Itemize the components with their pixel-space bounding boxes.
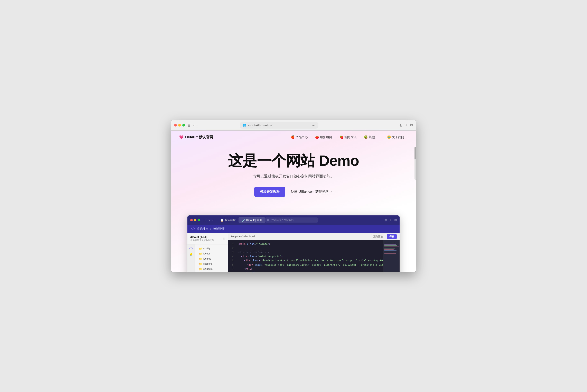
tabs-icon[interactable]: ⧉ bbox=[410, 123, 413, 127]
line-num: 7 bbox=[230, 267, 234, 271]
file-item-sections[interactable]: 📁 sections bbox=[195, 262, 216, 266]
close-button[interactable] bbox=[174, 124, 177, 126]
scrollbar[interactable] bbox=[414, 147, 416, 180]
line-num: 4 bbox=[230, 254, 234, 258]
code-sidebar-icon[interactable]: </> bbox=[189, 246, 193, 250]
site-nav: 💗 Default 默认官网 🍎 产品中心 🍅 服务项目 🍓 新闻资讯 🥝 其他… bbox=[171, 130, 416, 144]
sidebar-project-name: default (1.0.0) bbox=[190, 236, 214, 238]
search-tab-icon: ✕ bbox=[267, 219, 269, 222]
line-num: 3 bbox=[230, 250, 234, 254]
folder-icon: 📁 bbox=[199, 268, 202, 270]
editor-tab2-label: Default | 首页 bbox=[246, 218, 262, 222]
file-label: config bbox=[203, 247, 210, 250]
line-num: 2 bbox=[230, 246, 234, 250]
hero-section: 这是一个网站 Demo 你可以通过模板开发窗口随心定制网站界面功能。 模板开发教… bbox=[171, 144, 416, 209]
nav-item-services[interactable]: 🍅 服务项目 bbox=[315, 135, 332, 139]
editor-tab-1[interactable]: 📋 探码科技 bbox=[218, 217, 238, 223]
chevron-down-icon[interactable]: ∨ bbox=[192, 124, 194, 127]
code-actions: 预览更改 保存 bbox=[371, 234, 397, 239]
breadcrumb-section[interactable]: 模版管理 bbox=[213, 227, 224, 231]
upload-icon[interactable]: ⇧ bbox=[222, 237, 225, 240]
ellipsis-icon[interactable]: ⋯ bbox=[312, 123, 315, 128]
share-icon[interactable]: ⎙ bbox=[400, 123, 402, 127]
save-button[interactable]: 保存 bbox=[387, 234, 397, 239]
editor-right-controls: ⎙ + ⧉ bbox=[385, 218, 397, 222]
tab1-icon: 📋 bbox=[220, 218, 224, 222]
editor-share-icon[interactable]: ⎙ bbox=[385, 218, 387, 222]
code-icon: </> bbox=[191, 227, 196, 231]
traffic-lights bbox=[174, 124, 185, 126]
editor-close-button[interactable] bbox=[190, 219, 193, 221]
hero-title: 这是一个网站 Demo bbox=[179, 152, 408, 170]
file-label: sections bbox=[203, 262, 212, 265]
editor-sidebar: default (1.0.0) 最后更新于大约2小时前 ⇧ </> 💡 📁 bbox=[188, 233, 228, 272]
editor-tab1-label: 探码科技 bbox=[225, 218, 236, 222]
editor-title-bar: ⊞ ∨ ‹ 📋 探码科技 🔗 Default | 首页 ✕ 搜索或输入网站名称 bbox=[188, 216, 400, 225]
back-icon[interactable]: ‹ bbox=[196, 124, 198, 127]
editor-tabs-icon[interactable]: ⧉ bbox=[394, 218, 397, 222]
title-bar: ⊞ ∨ ‹ 🌐 www.baklib.com/cms ⋯ ⎙ + ⧉ bbox=[171, 120, 416, 130]
minimap-line bbox=[384, 244, 396, 245]
line-num: 8 bbox=[230, 271, 234, 272]
minimize-button[interactable] bbox=[178, 124, 181, 126]
tab2-icon: 🔗 bbox=[242, 218, 245, 222]
add-tab-icon[interactable]: + bbox=[405, 123, 407, 127]
editor-window: ⊞ ∨ ‹ 📋 探码科技 🔗 Default | 首页 ✕ 搜索或输入网站名称 bbox=[187, 215, 400, 272]
hero-primary-button[interactable]: 模板开发教程 bbox=[254, 187, 285, 197]
nav-item-news[interactable]: 🍓 新闻资讯 bbox=[340, 135, 356, 139]
minimap-line bbox=[384, 244, 390, 244]
sidebar-project-sub: 最后更新于大约2小时前 bbox=[190, 239, 214, 242]
editor-minimize-button[interactable] bbox=[194, 219, 196, 221]
editor-back-icon[interactable]: ‹ bbox=[212, 218, 214, 222]
sidebar-toggle-icon[interactable]: ⊞ bbox=[188, 123, 190, 128]
globe-icon: 🌐 bbox=[242, 124, 246, 127]
minimap-line bbox=[384, 246, 399, 246]
preview-button[interactable]: 预览更改 bbox=[371, 234, 385, 239]
hero-link-button[interactable]: 访问 UIBak.com 获得灵感 → bbox=[291, 190, 333, 194]
nav-item-other[interactable]: 🥝 其他 bbox=[364, 135, 375, 139]
minimap-line bbox=[384, 242, 394, 242]
editor-add-icon[interactable]: + bbox=[390, 218, 392, 222]
hero-subtitle: 你可以通过模板开发窗口随心定制网站界面功能。 bbox=[179, 174, 408, 179]
editor-search-placeholder: 搜索或输入网站名称 bbox=[272, 218, 312, 222]
logo-emoji: 💗 bbox=[179, 135, 184, 140]
line-numbers: 1 2 3 4 5 6 7 8 9 10 bbox=[228, 240, 236, 272]
editor-sidebar-icon[interactable]: ⊞ bbox=[204, 218, 206, 222]
file-item-locales[interactable]: 📁 locales bbox=[195, 256, 216, 262]
nav-item-about[interactable]: 🥹 关于我们 → bbox=[387, 135, 408, 139]
folder-icon: 📁 bbox=[199, 247, 202, 250]
minimap-line bbox=[384, 252, 393, 253]
search-ellipsis-icon: ⋯ bbox=[314, 219, 316, 222]
editor-tabs: 📋 探码科技 🔗 Default | 首页 ✕ 搜索或输入网站名称 ⋯ bbox=[218, 217, 318, 223]
editor-fullscreen-button[interactable] bbox=[198, 219, 200, 221]
editor-tab-search[interactable]: ✕ 搜索或输入网站名称 ⋯ bbox=[265, 218, 318, 222]
minimap-line bbox=[384, 254, 396, 254]
sidebar-project-info: default (1.0.0) 最后更新于大约2小时前 bbox=[190, 236, 214, 242]
hero-buttons: 模板开发教程 访问 UIBak.com 获得灵感 → bbox=[179, 187, 408, 197]
minimap-line bbox=[384, 247, 398, 247]
minimap-line bbox=[384, 245, 397, 246]
minimap-line bbox=[384, 248, 392, 248]
folder-icon: 📁 bbox=[199, 262, 202, 266]
fullscreen-button[interactable] bbox=[182, 124, 185, 126]
editor-breadcrumb: </> 探码科技 › 模版管理 bbox=[188, 225, 400, 233]
website-preview: 💗 Default 默认官网 🍎 产品中心 🍅 服务项目 🍓 新闻资讯 🥝 其他… bbox=[171, 130, 416, 272]
editor-body: default (1.0.0) 最后更新于大约2小时前 ⇧ </> 💡 📁 bbox=[188, 233, 400, 272]
code-text[interactable]: <main class="isolate"> <!-- Hero section… bbox=[236, 240, 383, 272]
bulb-icon[interactable]: 💡 bbox=[189, 253, 193, 256]
nav-item-products[interactable]: 🍎 产品中心 bbox=[291, 135, 308, 139]
title-bar-right: ⎙ + ⧉ bbox=[400, 123, 413, 127]
line-num: 5 bbox=[230, 258, 234, 263]
editor-chevron-icon[interactable]: ∨ bbox=[208, 219, 210, 222]
breadcrumb-company[interactable]: 探码科技 bbox=[196, 227, 208, 231]
minimap-line bbox=[384, 243, 392, 243]
scrollbar-thumb[interactable] bbox=[414, 147, 416, 159]
url-bar[interactable]: 🌐 www.baklib.com/cms ⋯ bbox=[240, 122, 318, 128]
minimap-line bbox=[384, 249, 394, 250]
file-item-layout[interactable]: 📁 layout bbox=[195, 251, 216, 256]
file-item-config[interactable]: 📁 config bbox=[195, 246, 216, 251]
code-header: templates/index.liquid 预览更改 保存 bbox=[228, 233, 400, 240]
editor-tab-2[interactable]: 🔗 Default | 首页 bbox=[238, 217, 265, 223]
file-item-snippets[interactable]: 📁 snippets bbox=[195, 266, 216, 272]
minimap-line bbox=[384, 252, 394, 252]
